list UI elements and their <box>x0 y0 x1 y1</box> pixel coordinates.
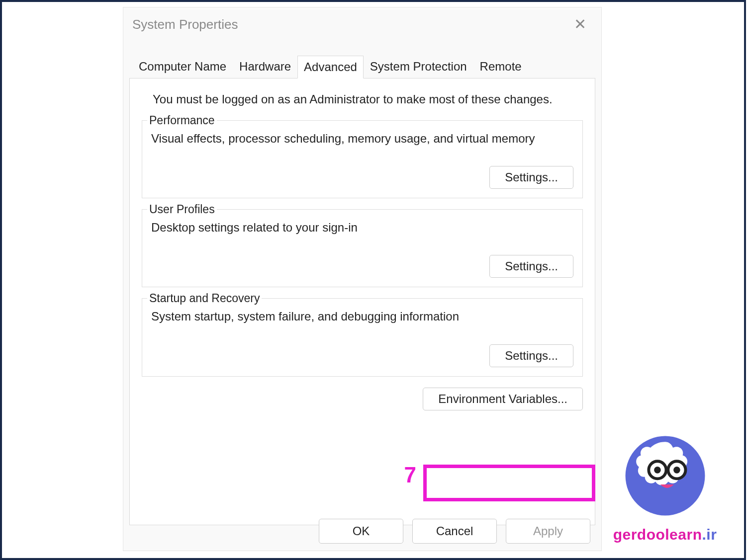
user-profiles-settings-button[interactable]: Settings... <box>489 255 573 278</box>
svg-point-5 <box>673 467 680 474</box>
startup-settings-button[interactable]: Settings... <box>489 344 573 367</box>
ok-button[interactable]: OK <box>319 519 403 544</box>
dialog-title: System Properties <box>132 17 238 32</box>
performance-settings-button[interactable]: Settings... <box>489 166 573 189</box>
env-row: Environment Variables... <box>142 388 583 410</box>
group-user-profiles-desc: Desktop settings related to your sign-in <box>151 220 573 235</box>
dialog-button-row: OK Cancel Apply <box>319 519 590 544</box>
group-startup-desc: System startup, system failure, and debu… <box>151 309 573 324</box>
watermark-tld: ir <box>706 526 717 543</box>
tab-system-protection[interactable]: System Protection <box>364 55 473 78</box>
watermark-brand: gerdoolearn <box>613 526 702 543</box>
cancel-button[interactable]: Cancel <box>412 519 497 544</box>
close-icon[interactable]: ✕ <box>569 15 591 34</box>
page-frame: System Properties ✕ Computer Name Hardwa… <box>0 0 746 560</box>
group-performance-desc: Visual effects, processor scheduling, me… <box>151 131 573 146</box>
tab-area: Computer Name Hardware Advanced System P… <box>129 55 595 525</box>
admin-note: You must be logged on as an Administrato… <box>153 92 583 106</box>
group-startup-legend: Startup and Recovery <box>147 292 262 305</box>
tab-strip: Computer Name Hardware Advanced System P… <box>129 55 595 78</box>
group-user-profiles: User Profiles Desktop settings related t… <box>142 209 583 287</box>
gerdoolearn-logo-icon <box>617 427 714 524</box>
group-startup-recovery: Startup and Recovery System startup, sys… <box>142 298 583 376</box>
system-properties-dialog: System Properties ✕ Computer Name Hardwa… <box>123 7 602 551</box>
tab-remote[interactable]: Remote <box>473 55 528 78</box>
tab-panel-advanced: You must be logged on as an Administrato… <box>129 78 595 525</box>
watermark: gerdoolearn.ir <box>603 427 727 543</box>
group-user-profiles-legend: User Profiles <box>147 203 217 216</box>
watermark-text: gerdoolearn.ir <box>603 526 727 543</box>
group-performance: Performance Visual effects, processor sc… <box>142 120 583 198</box>
tab-computer-name[interactable]: Computer Name <box>132 55 233 78</box>
group-performance-legend: Performance <box>147 114 217 127</box>
environment-variables-button[interactable]: Environment Variables... <box>423 388 583 410</box>
svg-point-4 <box>654 467 661 474</box>
tab-hardware[interactable]: Hardware <box>233 55 297 78</box>
annotation-number: 7 <box>404 463 416 487</box>
tab-advanced[interactable]: Advanced <box>297 56 364 79</box>
apply-button[interactable]: Apply <box>506 519 590 544</box>
titlebar: System Properties ✕ <box>123 7 601 41</box>
